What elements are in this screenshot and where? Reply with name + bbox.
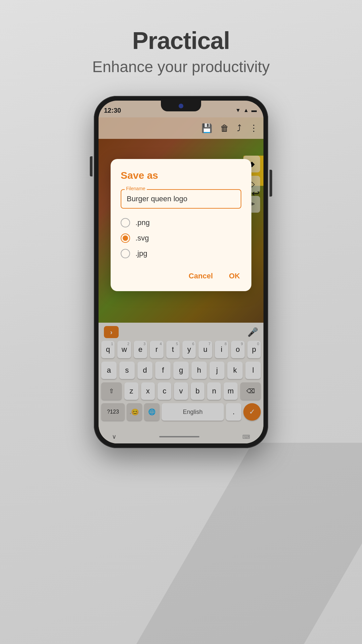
dialog-actions: Cancel OK [121, 269, 241, 283]
dialog-title: Save as [121, 170, 241, 181]
cancel-button[interactable]: Cancel [187, 269, 214, 283]
jpg-radio[interactable] [121, 249, 130, 258]
dialog-overlay: Save as Filename .png [99, 139, 263, 443]
save-as-dialog: Save as Filename .png [111, 159, 251, 291]
status-time: 12:30 [104, 107, 121, 114]
app-toolbar: 💾 🗑 ⤴ ⋮ [99, 117, 263, 139]
front-camera [179, 104, 183, 108]
svg-label: .svg [135, 234, 149, 243]
format-svg-option[interactable]: .svg [121, 233, 241, 243]
delete-icon[interactable]: 🗑 [220, 123, 229, 133]
status-icons: ▼ ▲ ▬ [235, 107, 257, 113]
signal-icon: ▲ [243, 107, 249, 113]
filename-input[interactable] [121, 189, 241, 209]
page-title: Practical [92, 27, 269, 54]
format-png-option[interactable]: .png [121, 218, 241, 227]
battery-icon: ▬ [251, 107, 257, 113]
svg-radio-inner [123, 235, 128, 241]
power-button [269, 170, 272, 197]
filename-label: Filename [125, 186, 147, 191]
save-icon[interactable]: 💾 [201, 123, 212, 133]
phone-notch [161, 101, 201, 111]
filename-field-wrapper: Filename [121, 189, 241, 209]
png-radio[interactable] [121, 218, 130, 227]
wifi-icon: ▼ [235, 107, 241, 113]
png-label: .png [135, 218, 150, 227]
format-options: .png .svg .jpg [121, 218, 241, 258]
volume-button [90, 156, 93, 176]
svg-radio[interactable] [121, 233, 130, 243]
phone-mockup: 12:30 ▼ ▲ ▬ 💾 🗑 ⤴ ⋮ ◆ [94, 96, 268, 448]
page-subtitle: Enhance your productivity [92, 58, 269, 76]
format-jpg-option[interactable]: .jpg [121, 249, 241, 258]
share-icon[interactable]: ⤴ [237, 123, 241, 133]
jpg-label: .jpg [135, 249, 147, 258]
more-icon[interactable]: ⋮ [249, 123, 258, 133]
ok-button[interactable]: OK [228, 269, 241, 283]
